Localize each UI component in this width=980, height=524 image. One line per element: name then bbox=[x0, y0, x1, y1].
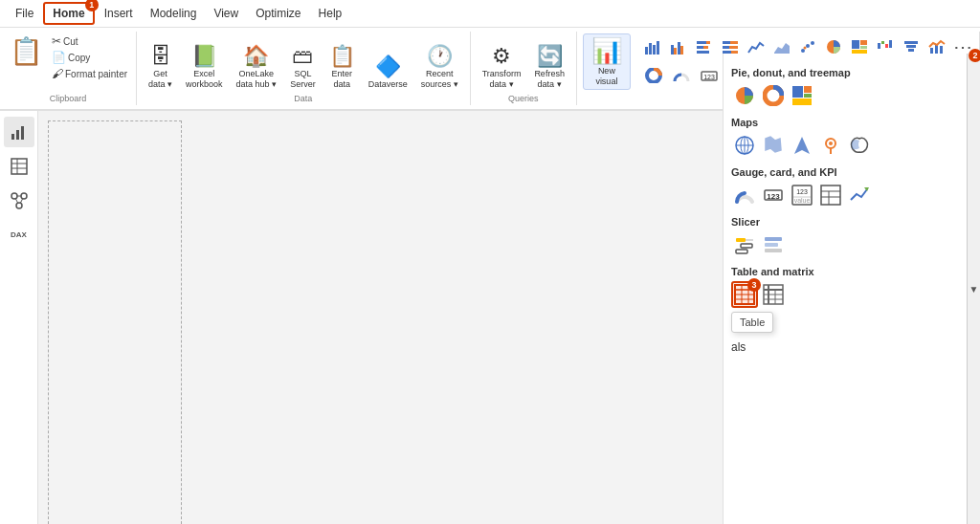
sql-server-button[interactable]: 🗃 SQL Server bbox=[284, 44, 322, 92]
viz-arcgis[interactable] bbox=[817, 132, 844, 159]
menu-modeling[interactable]: Modeling bbox=[143, 4, 205, 23]
viz-bar-chart[interactable] bbox=[640, 33, 665, 60]
sidebar-data-view[interactable] bbox=[4, 151, 34, 182]
svg-rect-2 bbox=[653, 45, 656, 55]
excel-workbook-button[interactable]: 📗 Excel workbook bbox=[180, 44, 229, 92]
svg-rect-30 bbox=[881, 41, 884, 44]
maps-section-title: Maps bbox=[731, 117, 959, 128]
table-section-icons: 3 Table bbox=[731, 281, 959, 308]
copy-button[interactable]: 📄 Copy bbox=[49, 50, 130, 65]
svg-point-23 bbox=[803, 47, 806, 50]
excel-icon: 📗 bbox=[191, 46, 217, 67]
viz-donut-chart[interactable] bbox=[760, 82, 787, 109]
data-group: 🗄 Get data ▾ 📗 Excel workbook 🏠 OneLake … bbox=[137, 32, 471, 105]
svg-rect-33 bbox=[904, 41, 918, 44]
paste-button[interactable]: 📋 bbox=[6, 33, 47, 69]
menu-bar: File Home 1 Insert Modeling View Optimiz… bbox=[0, 0, 980, 28]
sidebar-model-view[interactable] bbox=[4, 186, 34, 216]
scroll-badge: 2 bbox=[969, 49, 980, 62]
svg-rect-98 bbox=[736, 238, 746, 242]
gauge-section-title: Gauge, card, and KPI bbox=[731, 166, 959, 178]
viz-map[interactable] bbox=[731, 132, 758, 159]
svg-rect-6 bbox=[678, 42, 680, 55]
viz-gauge[interactable] bbox=[668, 62, 695, 89]
clipboard-label: Clipboard bbox=[50, 94, 87, 103]
new-visual-group: 📊 Newvisual bbox=[577, 32, 636, 105]
svg-rect-4 bbox=[671, 45, 674, 55]
svg-rect-31 bbox=[885, 44, 888, 48]
slicer-section-icons bbox=[731, 231, 959, 258]
menu-help[interactable]: Help bbox=[311, 4, 350, 23]
sql-icon: 🗃 bbox=[292, 46, 313, 67]
svg-point-22 bbox=[811, 41, 814, 45]
svg-line-71 bbox=[20, 198, 23, 204]
svg-text:123: 123 bbox=[796, 188, 808, 195]
menu-file[interactable]: File bbox=[8, 4, 41, 23]
sidebar-report-view[interactable] bbox=[4, 117, 34, 147]
viz-table-list[interactable] bbox=[817, 182, 844, 208]
svg-rect-32 bbox=[889, 40, 892, 48]
viz-donut[interactable] bbox=[640, 62, 667, 89]
table-badge: 3 bbox=[747, 278, 761, 292]
viz-matrix-icon[interactable] bbox=[760, 281, 787, 308]
viz-panel-scroll[interactable]: 2 ▼ bbox=[967, 54, 980, 524]
svg-rect-7 bbox=[680, 46, 683, 55]
svg-rect-27 bbox=[860, 46, 867, 49]
dataverse-icon: 🔷 bbox=[375, 56, 401, 77]
svg-rect-34 bbox=[906, 45, 916, 48]
recent-sources-button[interactable]: 🕐 Recent sources ▾ bbox=[415, 44, 464, 92]
svg-point-21 bbox=[806, 44, 810, 48]
viz-shape-map[interactable] bbox=[846, 132, 873, 159]
svg-rect-1 bbox=[649, 43, 652, 55]
svg-rect-75 bbox=[792, 86, 803, 98]
transform-icon: ⚙ bbox=[492, 46, 511, 67]
viz-table-icon[interactable]: 3 Table bbox=[731, 281, 758, 308]
svg-rect-78 bbox=[792, 98, 812, 105]
refresh-data-button[interactable]: 🔄 Refresh data ▾ bbox=[528, 44, 570, 92]
svg-point-68 bbox=[16, 203, 22, 208]
svg-rect-3 bbox=[657, 41, 659, 55]
canvas-placeholder bbox=[48, 120, 182, 524]
format-painter-button[interactable]: 🖌 Format painter bbox=[49, 66, 130, 81]
svg-marker-83 bbox=[794, 137, 810, 154]
viz-pie-chart[interactable] bbox=[731, 82, 758, 109]
viz-slicer2-icon[interactable] bbox=[760, 231, 787, 258]
viz-card[interactable]: 123 bbox=[696, 62, 723, 89]
svg-point-74 bbox=[769, 92, 777, 99]
viz-filled-map[interactable] bbox=[760, 132, 787, 159]
new-visual-button[interactable]: 📊 Newvisual bbox=[583, 33, 631, 90]
menu-insert[interactable]: Insert bbox=[97, 4, 141, 23]
viz-clustered-bar[interactable] bbox=[666, 33, 691, 60]
menu-home[interactable]: Home 1 bbox=[43, 2, 94, 25]
scroll-down-icon: ▼ bbox=[969, 284, 979, 295]
menu-optimize[interactable]: Optimize bbox=[248, 4, 308, 23]
menu-view[interactable]: View bbox=[206, 4, 246, 23]
new-visual-icon: 📊 bbox=[591, 36, 622, 66]
svg-text:value: value bbox=[794, 197, 811, 204]
viz-multi-row-card-chart[interactable]: 123value bbox=[789, 182, 815, 208]
dataverse-button[interactable]: 🔷 Dataverse bbox=[363, 55, 413, 92]
viz-stacked-bar-h[interactable] bbox=[692, 33, 717, 60]
svg-rect-60 bbox=[16, 130, 19, 140]
viz-kpi-chart[interactable] bbox=[846, 182, 873, 208]
viz-card-chart[interactable]: 123 bbox=[760, 182, 787, 208]
onelake-button[interactable]: 🏠 OneLake data hub ▾ bbox=[231, 44, 283, 92]
svg-rect-5 bbox=[674, 48, 677, 55]
slicer-section-title: Slicer bbox=[731, 216, 959, 228]
viz-slicer-icon[interactable] bbox=[731, 231, 758, 258]
svg-marker-19 bbox=[774, 43, 790, 54]
svg-rect-29 bbox=[878, 43, 880, 49]
svg-rect-102 bbox=[765, 237, 782, 241]
get-data-button[interactable]: 🗄 Get data ▾ bbox=[143, 44, 178, 92]
viz-treemap-chart[interactable] bbox=[789, 82, 815, 109]
sidebar-dax-view[interactable]: DAX bbox=[4, 220, 34, 251]
svg-rect-10 bbox=[697, 46, 703, 49]
viz-gauge-chart[interactable] bbox=[731, 182, 758, 208]
enter-data-button[interactable]: 📋 Enter data bbox=[323, 44, 361, 92]
transform-data-button[interactable]: ⚙ Transform data ▾ bbox=[477, 44, 527, 92]
svg-rect-14 bbox=[730, 41, 738, 44]
svg-rect-104 bbox=[765, 249, 782, 252]
cut-button[interactable]: ✂ Cut bbox=[49, 33, 130, 49]
pie-section-icons bbox=[731, 82, 959, 109]
viz-azure-map[interactable] bbox=[789, 132, 815, 159]
